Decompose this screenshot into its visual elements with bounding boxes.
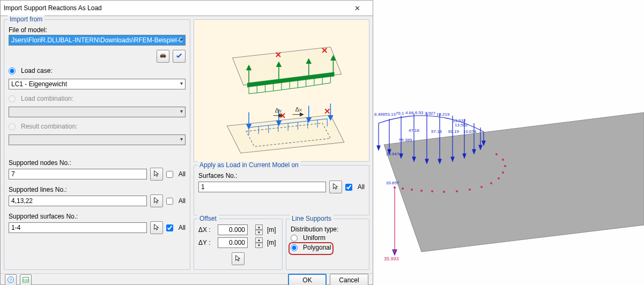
svg-text:10.074: 10.074 (463, 129, 477, 134)
load-case-select[interactable] (9, 79, 186, 89)
binoculars-icon (159, 52, 167, 61)
cursor-icon (332, 183, 339, 192)
svg-text:81.19: 81.19 (448, 129, 460, 134)
svg-text:13.582: 13.582 (455, 123, 468, 128)
svg-text:0.00: 0.00 (23, 278, 28, 281)
cursor-icon (153, 223, 160, 232)
dy-input[interactable] (218, 237, 248, 248)
sup-surfaces-all-check[interactable] (166, 224, 173, 231)
svg-marker-27 (393, 250, 397, 255)
apply-surfaces-label: Surfaces No.: (198, 172, 365, 179)
apply-button[interactable] (173, 50, 186, 63)
svg-text:20.657: 20.657 (386, 181, 399, 185)
check-icon (175, 52, 183, 61)
title: Import Support Reactions As Load (4, 4, 345, 12)
help-button[interactable]: ? (5, 274, 17, 285)
svg-text:4.64: 4.64 (405, 110, 414, 115)
sup-lines-all-label: All (179, 197, 186, 205)
line-supports-legend: Line Supports (290, 215, 334, 222)
svg-marker-0 (384, 112, 644, 252)
svg-point-15 (495, 153, 498, 155)
apply-surfaces-input[interactable] (198, 182, 326, 192)
svg-text:53.13: 53.13 (385, 112, 396, 117)
cancel-button[interactable]: Cancel (330, 274, 368, 285)
pick-surfaces-button[interactable] (150, 221, 163, 234)
cursor-icon (234, 254, 242, 264)
svg-text:18.219: 18.219 (436, 112, 450, 117)
sup-lines-all-check[interactable] (166, 198, 173, 205)
import-from-legend: Import from (8, 16, 45, 23)
svg-marker-63 (300, 113, 304, 116)
sup-surfaces-input[interactable] (9, 222, 147, 233)
browse-button[interactable] (157, 50, 169, 63)
result-comb-select (9, 134, 186, 145)
svg-point-5 (431, 190, 433, 192)
units-button[interactable]: 0.00 (20, 274, 32, 285)
dy-label: ΔY : (198, 239, 214, 246)
sup-nodes-all-label: All (179, 170, 186, 178)
button-bar: ? 0.00 OK Cancel (1, 273, 373, 285)
offset-legend: Offset (197, 215, 219, 222)
ok-button[interactable]: OK (288, 274, 327, 285)
close-button[interactable]: ✕ (345, 1, 369, 16)
pick-lines-button[interactable] (150, 194, 163, 207)
pick-nodes-button[interactable] (150, 168, 163, 181)
svg-text:ΔY: ΔY (275, 107, 282, 114)
svg-text:2.927: 2.927 (425, 111, 436, 116)
svg-text:20.947: 20.947 (386, 152, 399, 156)
model-viewport[interactable]: 8.49853.13 79.14.64 6.532.927 18.219 13.… (373, 0, 644, 285)
svg-point-2 (402, 188, 404, 190)
load-case-label: Load case: (21, 67, 53, 74)
svg-point-7 (456, 190, 458, 192)
svg-point-4 (420, 190, 423, 192)
uniform-label: Uniform (303, 234, 325, 242)
svg-point-6 (443, 191, 445, 193)
dx-input[interactable] (218, 224, 248, 235)
svg-point-10 (490, 182, 492, 184)
svg-text:ΔX: ΔX (295, 106, 302, 112)
svg-marker-54 (227, 115, 344, 153)
svg-text:97.18: 97.18 (431, 129, 442, 134)
dy-spin-down[interactable]: ▼ (255, 243, 263, 248)
apply-legend: Apply as Load in Current Model on (197, 161, 301, 169)
svg-point-12 (502, 171, 504, 174)
sup-nodes-all-check[interactable] (166, 171, 173, 178)
sup-lines-input[interactable] (9, 196, 147, 206)
polygonal-radio[interactable] (291, 244, 298, 251)
load-comb-radio (9, 95, 16, 102)
load-case-radio[interactable] (9, 68, 16, 74)
svg-text:79.1: 79.1 (396, 111, 404, 116)
polygonal-label: Polygonal (303, 244, 331, 251)
uniform-radio[interactable] (291, 235, 298, 242)
sup-nodes-label: Supported nodes No.: (9, 159, 186, 167)
dx-spin-down[interactable]: ▼ (255, 230, 263, 235)
units-icon: 0.00 (22, 276, 29, 285)
file-label: File of model: (9, 26, 186, 34)
load-comb-select (9, 107, 186, 117)
svg-point-13 (504, 165, 506, 167)
cursor-icon (153, 197, 160, 206)
apply-surfaces-all-check[interactable] (345, 184, 352, 191)
sup-nodes-input[interactable] (9, 169, 147, 179)
svg-marker-16 (377, 146, 380, 150)
close-icon: ✕ (354, 4, 360, 12)
dy-spin-up[interactable]: ▲ (255, 237, 263, 243)
dy-unit: [m] (267, 239, 278, 246)
dx-spin-up[interactable]: ▲ (255, 224, 263, 230)
svg-point-9 (480, 186, 483, 188)
pick-apply-surfaces-button[interactable] (329, 181, 342, 193)
svg-text:55.385: 55.385 (399, 138, 412, 142)
dx-unit: [m] (267, 226, 278, 234)
titlebar[interactable]: Import Support Reactions As Load ✕ (1, 1, 373, 16)
dx-label: ΔX : (198, 226, 214, 234)
svg-text:35.993: 35.993 (384, 256, 399, 261)
apply-surfaces-all-label: All (358, 183, 365, 191)
svg-text:8.498: 8.498 (374, 112, 386, 117)
sup-surfaces-all-label: All (179, 224, 186, 231)
viewport-canvas: 8.49853.13 79.14.64 6.532.927 18.219 13.… (373, 0, 644, 285)
svg-point-11 (498, 177, 500, 179)
svg-point-14 (502, 159, 504, 161)
pick-offset-button[interactable] (232, 252, 245, 265)
dist-type-label: Distribution type: (291, 226, 365, 233)
file-path-input[interactable] (9, 35, 186, 46)
